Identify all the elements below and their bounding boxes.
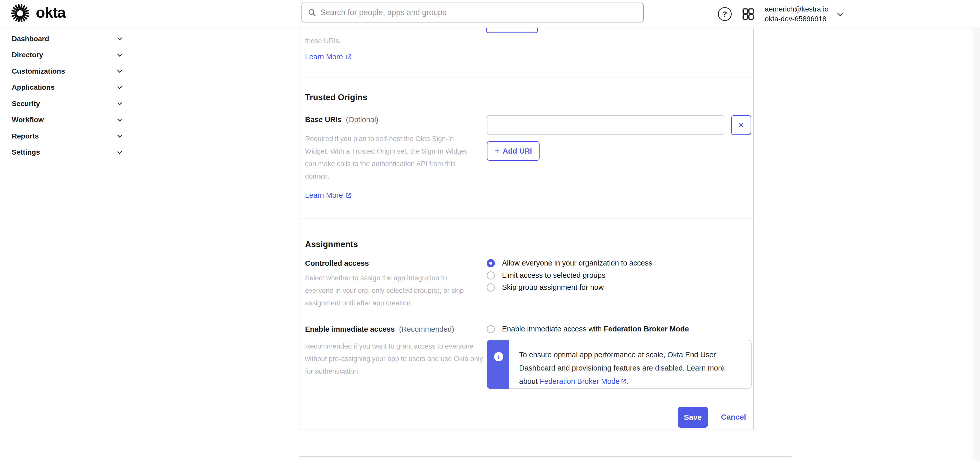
info-callout-text: To ensure optimal app performance at sca… [519,348,741,388]
chevron-down-icon [117,100,122,105]
okta-wordmark: okta [36,3,65,23]
sidebar-item-applications[interactable]: Applications [0,80,134,96]
account-email: aemerich@kestra.io [765,4,829,14]
chevron-down-icon [117,85,122,89]
header-right-cluster: ? aemerich@kestra.io okta-dev-65896918 [718,0,842,28]
radio-unselected-icon [487,283,495,292]
okta-sunburst-icon [11,4,29,22]
cancel-button[interactable]: Cancel [721,413,746,421]
radio-allow-everyone[interactable]: Allow everyone in your organization to a… [487,259,652,267]
plus-icon: + [495,146,500,156]
base-uris-label-row: Base URIs (Optional) [305,115,379,124]
remove-uri-button[interactable]: ✕ [731,115,751,135]
radio-selected-icon [487,259,495,267]
vertical-scrollbar[interactable] [973,28,980,461]
chevron-down-icon [117,133,122,138]
external-link-icon [345,192,352,199]
sidebar-item-reports[interactable]: Reports [0,128,134,144]
external-link-icon [620,378,627,384]
chevron-down-icon [117,52,122,56]
page-bottom-divider [299,456,792,457]
section-divider [299,77,753,77]
radio-federation-broker-mode[interactable]: Enable immediate access with Federation … [487,325,689,333]
info-callout-stripe [487,340,509,389]
sidebar-item-dashboard[interactable]: Dashboard [0,31,134,47]
radio-unselected-icon [487,325,495,333]
radio-skip-assignment[interactable]: Skip group assignment for now [487,283,604,292]
sidebar-item-customizations[interactable]: Customizations [0,63,134,80]
controlled-access-help-text: Select whether to assign the app integra… [305,272,471,309]
okta-admin-page: okta ? aemerich@kestra.io okta-dev-65896… [0,0,980,461]
controlled-access-label: Controlled access [305,259,369,268]
base-uris-optional-label: (Optional) [346,115,379,124]
close-icon: ✕ [738,121,744,129]
chevron-down-icon [117,117,122,121]
info-icon: i [494,352,503,361]
section-divider [299,218,753,219]
learn-more-link-trusted-origins[interactable]: Learn More [305,191,352,199]
learn-more-link-redirect[interactable]: Learn More [305,53,352,61]
search-input[interactable] [320,8,638,17]
sidebar-item-directory[interactable]: Directory [0,47,134,63]
account-info[interactable]: aemerich@kestra.io okta-dev-65896918 [765,4,829,24]
federation-broker-mode-link[interactable]: Federation Broker Mode [540,375,627,388]
apps-grid-icon[interactable] [741,7,755,21]
radio-unselected-icon [487,271,495,279]
trusted-origins-title: Trusted Origins [305,93,368,102]
base-uris-label: Base URIs [305,115,342,124]
sidebar-nav: Dashboard Directory Customizations Appli… [0,28,134,461]
enable-immediate-label-row: Enable immediate access (Recommended) [305,325,454,333]
base-uri-input[interactable] [487,115,724,135]
help-icon[interactable]: ? [718,7,732,21]
okta-logo[interactable]: okta [11,3,65,23]
radio-limit-access[interactable]: Limit access to selected groups [487,271,606,279]
search-icon [308,8,316,17]
assignments-title: Assignments [305,239,358,249]
federation-broker-info-callout: i To ensure optimal app performance at s… [487,340,752,389]
chevron-down-icon [117,149,122,154]
previous-section-trailing-text: these URIs. [305,35,341,47]
top-header: okta ? aemerich@kestra.io okta-dev-65896… [0,0,980,28]
enable-immediate-help-text: Recommended if you want to grant access … [305,340,487,378]
chevron-down-icon [117,36,122,40]
global-search[interactable] [301,3,644,22]
sidebar-item-workflow[interactable]: Workflow [0,112,134,128]
base-uris-help-text: Required if you plan to self-host the Ok… [305,132,475,183]
sidebar-item-security[interactable]: Security [0,96,134,112]
federation-broker-mode-bold: Federation Broker Mode [604,325,689,333]
account-chevron-down-icon[interactable] [837,11,843,16]
external-link-icon [345,54,352,60]
account-org: okta-dev-65896918 [765,14,829,24]
save-button[interactable]: Save [678,407,708,428]
sidebar-item-settings[interactable]: Settings [0,144,134,161]
chevron-down-icon [117,68,122,73]
add-uri-button[interactable]: + Add URI [487,141,539,161]
recommended-label: (Recommended) [399,325,454,333]
enable-immediate-access-label: Enable immediate access [305,325,395,333]
